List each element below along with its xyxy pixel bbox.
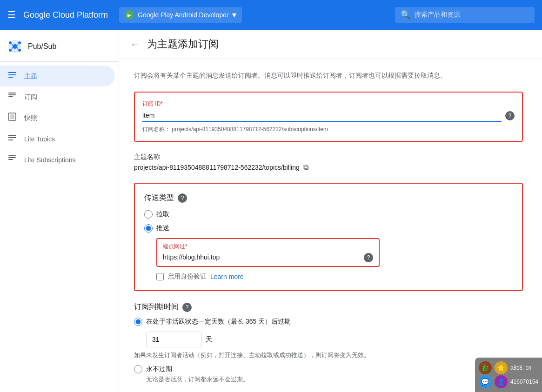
topic-name-section: 主题名称 projects/api-8119350488811798712-56… (134, 153, 523, 172)
auth-checkbox[interactable] (156, 273, 164, 280)
delivery-pull-radio[interactable] (144, 210, 153, 219)
topic-name-label: 主题名称 (134, 153, 523, 161)
svg-rect-15 (8, 155, 16, 156)
subscription-id-input-row: ? (142, 110, 515, 122)
delivery-push-label: 推送 (156, 224, 169, 233)
sidebar-item-topics-label: 主题 (24, 72, 37, 80)
page-header: ← 为主题添加订阅 (119, 30, 542, 59)
subscription-id-help-icon[interactable]: ? (505, 111, 515, 120)
sidebar-item-lite-subscriptions-label: Lite Subscriptions (24, 156, 76, 164)
expiry-inactive-option[interactable]: 在处于非活跃状态一定天数（最长 365 天）后过期 (134, 318, 523, 326)
sidebar-item-lite-topics[interactable]: Lite Topics (0, 128, 115, 149)
chevron-down-icon: ▾ (232, 10, 236, 20)
copy-icon[interactable]: ⧉ (303, 163, 308, 172)
pubsub-logo-icon (7, 39, 22, 54)
expiry-help-icon[interactable]: ? (182, 303, 192, 312)
svg-point-3 (18, 41, 21, 44)
project-name: Google Play Android Developer (138, 11, 228, 19)
sidebar: Pub/Sub 主题 订阅 快照 Lite Topics (0, 30, 119, 392)
expiry-title: 订阅到期时间 ? (134, 302, 523, 312)
endpoint-help-icon[interactable]: ? (364, 253, 373, 262)
sidebar-brand: Pub/Sub (0, 33, 119, 62)
avatar-1: 🐉 (479, 361, 492, 374)
endpoint-label: 端点网址* (163, 243, 373, 251)
svg-rect-12 (8, 96, 13, 97)
sidebar-item-lite-subscriptions[interactable]: Lite Subscriptions (0, 149, 115, 170)
never-expire-option: 永不过期 无论是否活跃，订阅都永远不会过期。 (134, 365, 523, 384)
sidebar-brand-name: Pub/Sub (28, 42, 56, 51)
overlay-text2: 416070154 (510, 379, 538, 385)
svg-point-5 (18, 49, 21, 52)
form-content: 订阅会将有关某个主题的消息发送给订阅者。消息可以即时推送给订阅者，订阅者也可以根… (119, 59, 538, 392)
subscription-id-section: 订阅 ID* ? 订阅名称： projects/api-811935048881… (134, 92, 523, 142)
lite-topics-icon (7, 133, 17, 145)
expiry-never-label: 永不过期 (146, 365, 172, 373)
main-layout: Pub/Sub 主题 订阅 快照 Lite Topics (0, 30, 542, 392)
topic-name-value: projects/api-8119350488811798712-562232/… (134, 164, 300, 171)
delivery-pull-label: 拉取 (156, 210, 169, 219)
delivery-help-icon[interactable]: ? (178, 193, 187, 203)
subscription-id-input[interactable] (142, 110, 502, 122)
lite-subscriptions-icon (7, 154, 17, 166)
page-title: 为主题添加订阅 (147, 37, 219, 51)
expiry-inactive-label: 在处于非活跃状态一定天数（最长 365 天）后过期 (146, 318, 291, 326)
bottom-overlay: 🐉 ⭐ a8c8. cn 💬 👤 416070154 (475, 358, 542, 392)
top-navigation: ☰ Google Cloud Platform ▶ Google Play An… (0, 0, 542, 30)
delivery-type-section: 传送类型 ? 拉取 推送 (134, 183, 523, 291)
auth-row: 启用身份验证 Learn more (156, 272, 513, 281)
sidebar-item-lite-topics-label: Lite Topics (24, 135, 55, 143)
sidebar-item-subscriptions[interactable]: 订阅 (0, 86, 115, 107)
svg-point-2 (9, 41, 12, 44)
days-unit: 天 (206, 335, 212, 344)
sidebar-item-topics[interactable]: 主题 (0, 66, 115, 86)
topic-value-row: projects/api-8119350488811798712-562232/… (134, 163, 523, 172)
never-expire-desc: 无论是否活跃，订阅都永远不会过期。 (146, 375, 523, 384)
sidebar-item-subscriptions-label: 订阅 (24, 93, 37, 101)
form-description: 订阅会将有关某个主题的消息发送给订阅者。消息可以即时推送给订阅者，订阅者也可以根… (134, 70, 523, 80)
days-input[interactable] (146, 332, 202, 347)
subscription-id-label: 订阅 ID* (142, 100, 515, 108)
learn-more-link[interactable]: Learn more (210, 273, 244, 280)
back-button[interactable]: ← (130, 39, 140, 50)
svg-rect-14 (10, 114, 14, 119)
project-icon: ▶ (125, 10, 134, 20)
avatar-2: ⭐ (495, 361, 508, 374)
subscription-id-hint: 订阅名称： projects/api-8119350488811798712-5… (142, 126, 515, 133)
svg-rect-11 (8, 94, 16, 95)
subscriptions-icon (7, 91, 17, 103)
delivery-push-option[interactable]: 推送 (144, 224, 513, 233)
endpoint-field: 端点网址* ? (156, 238, 380, 267)
delivery-push-radio[interactable] (144, 224, 153, 233)
expiry-inactive-radio[interactable] (134, 318, 142, 326)
search-icon: 🔍 (401, 10, 411, 20)
overlay-info: 🐉 ⭐ a8c8. cn 💬 👤 416070154 (479, 361, 538, 388)
delivery-radio-group: 拉取 推送 (144, 210, 513, 233)
endpoint-input[interactable] (163, 252, 360, 262)
sidebar-item-snapshots[interactable]: 快照 (0, 107, 115, 128)
expiry-never-radio[interactable] (134, 365, 142, 373)
expiry-never-option[interactable]: 永不过期 (134, 365, 523, 373)
delivery-type-title: 传送类型 ? (144, 193, 513, 203)
topics-icon (7, 70, 17, 82)
endpoint-section: 端点网址* ? 启用身份验证 Learn more (156, 238, 513, 281)
avatar-4: 👤 (495, 375, 508, 388)
menu-icon[interactable]: ☰ (7, 9, 16, 20)
svg-rect-10 (8, 93, 16, 93)
expiry-section: 订阅到期时间 ? 在处于非活跃状态一定天数（最长 365 天）后过期 天 如果未… (134, 302, 523, 384)
expiry-inactive-hint: 如果未发生订阅者活动（例如，打开连接、主动拉取或成功推送），则订阅将变为无效。 (134, 351, 523, 359)
snapshots-icon (7, 112, 17, 124)
svg-point-1 (13, 44, 17, 49)
search-bar[interactable]: 🔍 搜索产品和资源 (395, 7, 535, 23)
days-input-row: 天 (146, 332, 523, 347)
auth-label: 启用身份验证 (167, 272, 207, 281)
overlay-text1: a8c8. cn (510, 365, 531, 371)
svg-point-4 (9, 49, 12, 52)
project-selector[interactable]: ▶ Google Play Android Developer ▾ (119, 7, 242, 23)
endpoint-input-row: ? (163, 252, 373, 262)
delivery-pull-option[interactable]: 拉取 (144, 210, 513, 219)
main-content: ← 为主题添加订阅 订阅会将有关某个主题的消息发送给订阅者。消息可以即时推送给订… (119, 30, 542, 392)
svg-rect-16 (8, 157, 16, 158)
search-placeholder: 搜索产品和资源 (415, 11, 460, 19)
svg-rect-17 (8, 159, 13, 160)
app-logo: Google Cloud Platform (23, 10, 108, 20)
